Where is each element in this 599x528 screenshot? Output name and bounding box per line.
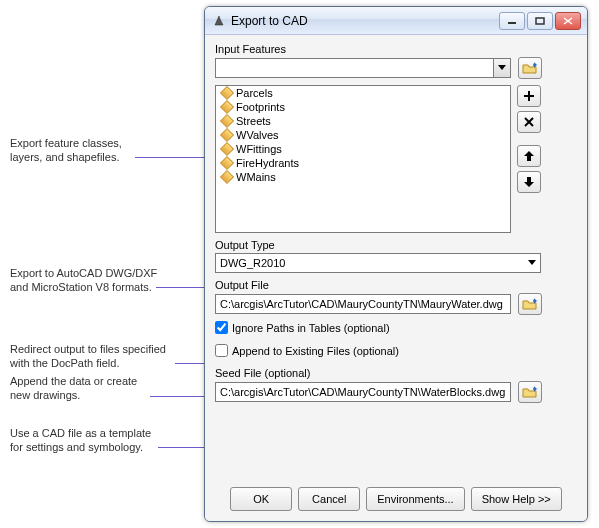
layer-icon — [220, 100, 234, 114]
environments-button[interactable]: Environments... — [366, 487, 464, 511]
layer-icon — [220, 156, 234, 170]
dialog-client-area: Input Features Parcels Footprints Street… — [205, 35, 587, 521]
list-item[interactable]: WFittings — [216, 142, 510, 156]
output-file-label: Output File — [215, 279, 577, 291]
output-type-value: DWG_R2010 — [216, 257, 523, 269]
layer-icon — [220, 86, 234, 100]
list-item[interactable]: WValves — [216, 128, 510, 142]
browse-seed-button[interactable] — [518, 381, 542, 403]
chevron-down-icon[interactable] — [493, 59, 510, 77]
layer-icon — [220, 170, 234, 184]
close-button[interactable] — [555, 12, 581, 30]
svg-marker-4 — [498, 65, 506, 70]
list-item[interactable]: FireHydrants — [216, 156, 510, 170]
seed-file-label: Seed File (optional) — [215, 367, 577, 379]
input-features-label: Input Features — [215, 43, 577, 55]
folder-open-icon — [522, 385, 538, 399]
list-item-label: Streets — [236, 115, 271, 127]
show-help-button[interactable]: Show Help >> — [471, 487, 562, 511]
ignore-paths-checkbox[interactable]: Ignore Paths in Tables (optional) — [215, 321, 577, 334]
dialog-window: Export to CAD Input Features Parcels Foo… — [204, 6, 588, 522]
move-down-button[interactable] — [517, 171, 541, 193]
annotation-ignore-paths: Redirect output to files specifiedwith t… — [10, 342, 166, 371]
svg-marker-9 — [524, 151, 534, 161]
cross-icon — [523, 116, 535, 128]
output-type-label: Output Type — [215, 239, 577, 251]
layer-icon — [220, 114, 234, 128]
input-features-text[interactable] — [216, 59, 493, 77]
arrow-down-icon — [523, 176, 535, 188]
annotation-append: Append the data or createnew drawings. — [10, 374, 137, 403]
button-bar: OK Cancel Environments... Show Help >> — [205, 487, 587, 511]
list-item[interactable]: Streets — [216, 114, 510, 128]
list-item-label: FireHydrants — [236, 157, 299, 169]
ignore-paths-input[interactable] — [215, 321, 228, 334]
append-input[interactable] — [215, 344, 228, 357]
folder-open-icon — [522, 297, 538, 311]
remove-button[interactable] — [517, 111, 541, 133]
list-item-label: WMains — [236, 171, 276, 183]
chevron-down-icon[interactable] — [523, 254, 540, 272]
layer-icon — [220, 128, 234, 142]
list-item-label: WFittings — [236, 143, 282, 155]
title-bar[interactable]: Export to CAD — [205, 7, 587, 35]
list-item-label: Parcels — [236, 87, 273, 99]
move-up-button[interactable] — [517, 145, 541, 167]
svg-marker-11 — [528, 260, 536, 265]
browse-features-button[interactable] — [518, 57, 542, 79]
app-icon — [211, 13, 227, 29]
annotation-output-type: Export to AutoCAD DWG/DXFand MicroStatio… — [10, 266, 157, 295]
input-features-list[interactable]: Parcels Footprints Streets WValves WFitt… — [215, 85, 511, 233]
svg-marker-10 — [524, 177, 534, 187]
list-item[interactable]: Footprints — [216, 100, 510, 114]
svg-rect-1 — [536, 18, 544, 24]
folder-open-icon — [522, 61, 538, 75]
annotation-seed-file: Use a CAD file as a templatefor settings… — [10, 426, 151, 455]
output-file-field[interactable] — [215, 294, 511, 314]
browse-output-button[interactable] — [518, 293, 542, 315]
list-item-label: WValves — [236, 129, 279, 141]
cancel-button[interactable]: Cancel — [298, 487, 360, 511]
append-label: Append to Existing Files (optional) — [232, 345, 399, 357]
arrow-up-icon — [523, 150, 535, 162]
minimize-button[interactable] — [499, 12, 525, 30]
list-item[interactable]: WMains — [216, 170, 510, 184]
seed-file-field[interactable] — [215, 382, 511, 402]
output-type-dropdown[interactable]: DWG_R2010 — [215, 253, 541, 273]
add-button[interactable] — [517, 85, 541, 107]
input-features-combo[interactable] — [215, 58, 511, 78]
maximize-button[interactable] — [527, 12, 553, 30]
window-title: Export to CAD — [231, 14, 499, 28]
list-item-label: Footprints — [236, 101, 285, 113]
ok-button[interactable]: OK — [230, 487, 292, 511]
list-item[interactable]: Parcels — [216, 86, 510, 100]
append-checkbox[interactable]: Append to Existing Files (optional) — [215, 344, 577, 357]
ignore-paths-label: Ignore Paths in Tables (optional) — [232, 322, 390, 334]
plus-icon — [523, 90, 535, 102]
annotation-features: Export feature classes,layers, and shape… — [10, 136, 122, 165]
layer-icon — [220, 142, 234, 156]
